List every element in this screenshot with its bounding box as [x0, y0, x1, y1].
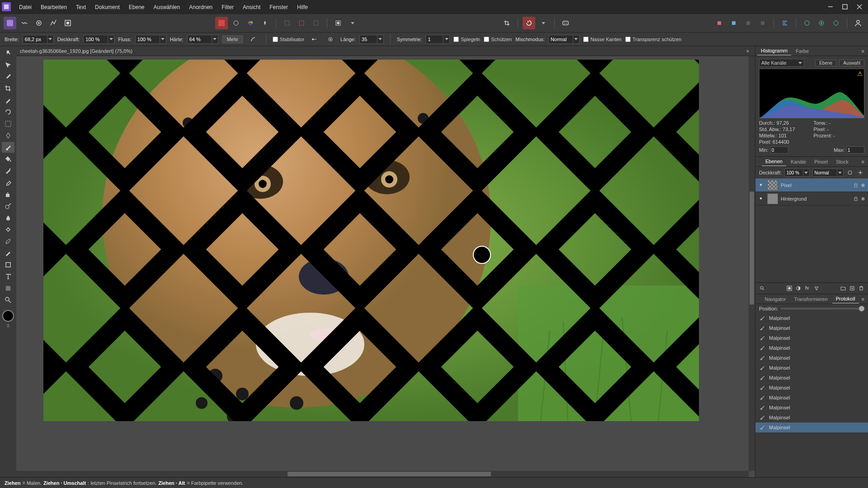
pen-tool[interactable] [2, 236, 14, 247]
color-picker-red-button[interactable] [215, 17, 228, 29]
menu-bearbeiten[interactable]: Bearbeiten [36, 3, 71, 12]
selection-scope-button[interactable]: Auswahl [839, 60, 864, 66]
arrange-up-button[interactable] [742, 17, 755, 29]
rotate-button[interactable] [523, 17, 535, 29]
document-tab-close-button[interactable]: × [744, 47, 751, 55]
export-persona-button[interactable] [61, 17, 74, 29]
symmetry-dropdown[interactable] [443, 35, 450, 44]
mask-layer-button[interactable] [785, 284, 793, 292]
dodge-tool[interactable] [2, 201, 14, 211]
menu-fenster[interactable]: Fenster [265, 3, 292, 12]
delete-layer-button[interactable] [857, 284, 865, 292]
visibility-icon[interactable] [861, 183, 865, 188]
history-item[interactable]: Malpinsel [755, 333, 868, 343]
auto-colors-button[interactable] [244, 17, 257, 29]
fx-layer-button[interactable]: fx [803, 284, 811, 292]
layer-visibility-toggle[interactable] [758, 182, 764, 188]
blendmode-dropdown[interactable] [573, 35, 580, 44]
transform-tab[interactable]: Transformieren [791, 295, 831, 303]
menu-auswählen[interactable]: Auswählen [149, 3, 184, 12]
panel-menu-button[interactable]: ≡ [860, 48, 866, 54]
view-tool[interactable] [2, 48, 14, 59]
visibility-icon[interactable] [861, 197, 865, 201]
add-layer-button[interactable] [848, 284, 856, 292]
opacity-dropdown[interactable] [108, 35, 114, 44]
color-tab[interactable]: Farbe [792, 47, 812, 55]
gradient-tool[interactable] [2, 165, 14, 176]
zoom-tool[interactable] [2, 295, 14, 305]
flow-input[interactable] [135, 35, 160, 44]
flood-select-tool[interactable] [2, 130, 14, 141]
marquee-tool[interactable] [2, 118, 14, 129]
bottom-panel-menu-button[interactable]: ≡ [860, 296, 866, 302]
history-slider[interactable] [781, 308, 864, 310]
sync-cloud-button[interactable] [830, 17, 842, 29]
document-tab[interactable]: cheetah-g3635066ee_1920.jpg [Geändert] (… [16, 46, 755, 56]
menu-datei[interactable]: Datei [14, 3, 36, 12]
histogram-tab[interactable]: Histogramm [757, 47, 791, 56]
quick-mask-dropdown[interactable] [346, 17, 359, 29]
layer-opacity-dropdown[interactable] [803, 169, 810, 177]
arrange-back-button[interactable] [713, 17, 726, 29]
length-dropdown[interactable] [377, 35, 384, 44]
search-layers-button[interactable] [758, 284, 766, 292]
menu-ebene[interactable]: Ebene [124, 3, 149, 12]
layer-cog-button[interactable] [857, 169, 864, 177]
live-filter-button[interactable] [812, 284, 821, 292]
liquify-persona-button[interactable] [18, 17, 31, 29]
max-input[interactable] [846, 146, 864, 154]
menu-filter[interactable]: Filter [217, 3, 238, 12]
history-item[interactable]: Malpinsel [755, 363, 868, 373]
stock-tab[interactable]: Stock [832, 158, 852, 166]
auto-white-balance-button[interactable] [259, 17, 271, 29]
maximize-button[interactable] [838, 1, 852, 12]
menu-dokument[interactable]: Dokument [90, 3, 124, 12]
retouch-tool[interactable] [2, 248, 14, 258]
layer-row[interactable]: Hintergrund [755, 192, 868, 206]
group-layers-button[interactable] [839, 284, 847, 292]
brushes-tab[interactable]: Pinsel [811, 158, 831, 166]
history-item[interactable]: Malpinsel [755, 323, 868, 333]
width-dropdown[interactable] [47, 35, 54, 44]
channels-tab[interactable]: Kanäle [787, 158, 810, 166]
sync-add-button[interactable] [815, 17, 828, 29]
photo-persona-button[interactable] [4, 17, 16, 29]
history-item[interactable]: Malpinsel [755, 353, 868, 363]
layer-blend-dropdown[interactable] [837, 169, 844, 177]
crop-button[interactable] [500, 17, 513, 29]
window-mode-button[interactable] [324, 33, 337, 46]
stabilizer-checkbox[interactable]: Stabilisator [273, 37, 304, 42]
navigator-tab[interactable]: Navigator [761, 295, 790, 303]
layer-fx-button[interactable] [846, 169, 854, 177]
wet-edges-checkbox[interactable]: Nasse Kanten [583, 37, 622, 42]
rotate-dropdown[interactable] [537, 17, 550, 29]
length-input[interactable] [359, 35, 377, 44]
hardness-dropdown[interactable] [212, 35, 218, 44]
align-button[interactable] [778, 17, 791, 29]
min-input[interactable] [770, 146, 788, 154]
clone-tool[interactable] [2, 189, 14, 200]
selection-add-button[interactable] [295, 17, 308, 29]
arrange-front-button[interactable] [727, 17, 740, 29]
horizontal-scrollbar[interactable] [16, 471, 749, 477]
tone-mapping-persona-button[interactable] [47, 17, 60, 29]
text-tool[interactable] [2, 271, 14, 282]
history-item[interactable]: Malpinsel [755, 343, 868, 353]
canvas-viewport[interactable] [16, 56, 755, 477]
history-item[interactable]: Malpinsel [755, 403, 868, 413]
minimize-button[interactable] [824, 1, 837, 12]
fill-tool[interactable] [2, 154, 14, 164]
protect-alpha-checkbox[interactable]: Transparenz schützen [625, 37, 681, 42]
layer-scope-button[interactable]: Ebene [815, 60, 836, 66]
quick-mask-button[interactable] [332, 17, 344, 29]
lock-checkbox[interactable]: Schützen [484, 37, 512, 42]
account-button[interactable] [852, 17, 864, 29]
assistant-button[interactable] [559, 17, 572, 29]
layer-blend-select[interactable]: Normal [812, 169, 837, 177]
history-item[interactable]: Malpinsel [755, 422, 868, 432]
flow-dropdown[interactable] [160, 35, 166, 44]
close-button[interactable] [853, 1, 866, 12]
selection-brush-tool[interactable] [2, 95, 14, 106]
menu-anordnen[interactable]: Anordnen [184, 3, 217, 12]
develop-persona-button[interactable] [33, 17, 45, 29]
